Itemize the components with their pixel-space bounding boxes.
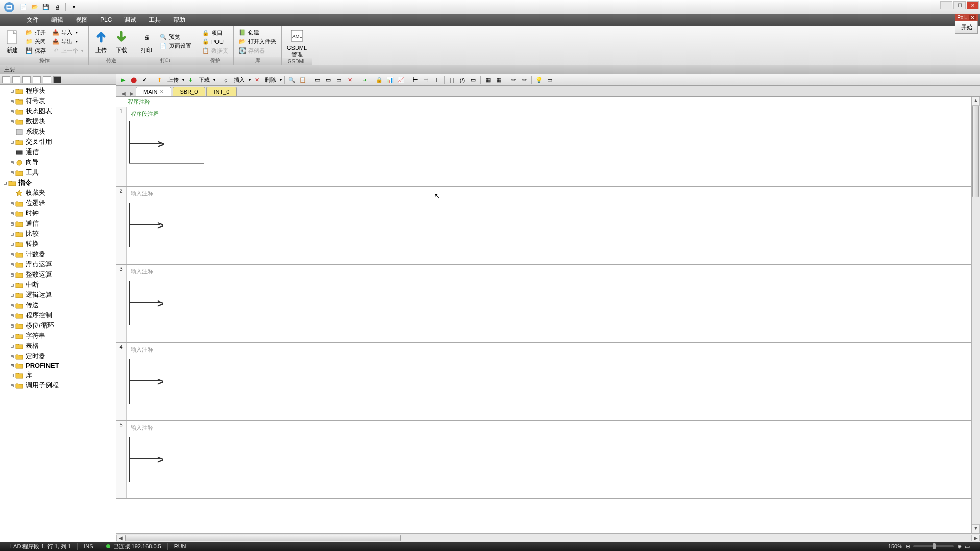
open-button[interactable]: 📂打开 (24, 28, 47, 37)
gsdml-button[interactable]: XML GSDML 管理 (284, 28, 310, 57)
delete-tb-label[interactable]: 删除 (263, 76, 278, 84)
zoom-out-icon[interactable]: ⊖ (905, 543, 910, 550)
tb-misc-9[interactable]: 📊 (385, 76, 395, 85)
tree-item[interactable]: ⊞字符串 (0, 331, 116, 341)
tree-item[interactable]: ⊞传送 (0, 300, 116, 310)
floating-start-button[interactable]: 开始 (955, 21, 978, 34)
sidebar-view-btn-2[interactable] (12, 76, 20, 83)
upload-button[interactable]: 上传 (91, 29, 111, 54)
tb-misc-6[interactable]: ✕ (345, 76, 354, 85)
tb-misc-2[interactable]: 📋 (298, 76, 307, 85)
vscroll-down-arrow-icon[interactable]: ▼ (972, 524, 980, 533)
close-button[interactable]: ✕ (967, 1, 979, 9)
hscroll-track[interactable] (125, 534, 971, 542)
zoom-slider[interactable] (913, 545, 954, 547)
tree-item[interactable]: ⊞库 (0, 370, 116, 380)
network-comment[interactable]: 输入注释 (129, 267, 980, 277)
tab-next-icon[interactable]: ▶ (128, 91, 136, 96)
insert-tb-label[interactable]: 插入 (232, 76, 247, 84)
page-setup-button[interactable]: 📄页面设置 (159, 42, 192, 51)
qat-open-icon[interactable]: 📂 (31, 3, 39, 11)
tab-sbr0[interactable]: SBR_0 (173, 87, 206, 96)
tree-item[interactable]: ⊞浮点运算 (0, 259, 116, 269)
tree-item[interactable]: 系统块 (0, 127, 116, 137)
tb-misc-8[interactable]: 🔒 (375, 76, 384, 85)
network-area[interactable]: 1程序段注释>2输入注释>3输入注释>4输入注释>5输入注释> (116, 107, 980, 533)
print-button[interactable]: 🖨 打印 (136, 29, 157, 54)
network-comment[interactable]: 输入注释 (129, 189, 980, 198)
tab-close-icon[interactable]: ✕ (160, 89, 164, 94)
menu-view[interactable]: 视图 (69, 16, 94, 24)
tab-main[interactable]: MAIN✕ (136, 87, 172, 96)
download-tb-label[interactable]: 下载 (197, 76, 212, 84)
delete-tb-icon[interactable]: ✕ (252, 76, 261, 85)
tree-item[interactable]: ⊞交叉引用 (0, 137, 116, 147)
tab-int0[interactable]: INT_0 (206, 87, 237, 96)
close-file-button[interactable]: 📁关闭 (24, 37, 47, 46)
hscroll-thumb[interactable] (125, 535, 401, 541)
upload-tb-icon[interactable]: ⬆ (155, 76, 164, 85)
network-row[interactable]: 5输入注释> (116, 421, 980, 499)
download-button[interactable]: 下载 (111, 29, 132, 54)
sidebar-view-btn-3[interactable] (22, 76, 31, 83)
zoom-thumb[interactable] (933, 543, 936, 549)
upload-tb-label[interactable]: 上传 (165, 76, 181, 84)
import-button[interactable]: 📥导入▾ (51, 28, 84, 37)
menu-help[interactable]: 帮助 (167, 16, 191, 24)
tree-item[interactable]: ⊞整数运算 (0, 269, 116, 280)
save-button[interactable]: 💾保存 (24, 46, 47, 55)
network-row[interactable]: 3输入注释> (116, 265, 980, 343)
tree-instructions-root[interactable]: ⊟指令 (0, 178, 116, 188)
tree-item[interactable]: ⊞工具 (0, 167, 116, 178)
vertical-scrollbar[interactable]: ▲ ▼ (971, 97, 980, 533)
qat-new-icon[interactable]: 📄 (19, 3, 28, 11)
download-tb-icon[interactable]: ⬇ (186, 76, 195, 85)
project-button[interactable]: 🔒项目 (201, 29, 229, 37)
network-row[interactable]: 2输入注释> (116, 187, 980, 265)
app-menu-orb[interactable] (1, 0, 17, 14)
qat-print-icon[interactable]: 🖨 (53, 3, 61, 11)
menu-edit[interactable]: 编辑 (45, 16, 69, 24)
tb-misc-4[interactable]: ▭ (324, 76, 333, 85)
new-button[interactable]: 新建 (2, 29, 22, 54)
menu-debug[interactable]: 调试 (118, 16, 142, 24)
network-comment[interactable]: 输入注释 (129, 423, 980, 433)
contact-icon[interactable]: ⊢ (411, 76, 420, 85)
tree-item[interactable]: ⊞数据块 (0, 116, 116, 127)
insert-tb-icon[interactable]: ⎀ (221, 76, 230, 85)
run-icon[interactable]: ▶ (118, 76, 128, 85)
datapage-button[interactable]: 📋数据页 (201, 46, 229, 55)
horizontal-scrollbar[interactable]: ◀ ▶ (116, 533, 980, 542)
network-comment[interactable]: 程序段注释 (129, 109, 980, 119)
qat-dropdown-icon[interactable]: ▼ (70, 3, 78, 11)
tree-item[interactable]: ⊞时钟 (0, 208, 116, 218)
network-comment[interactable]: 输入注释 (129, 345, 980, 355)
tree-item[interactable]: ⊞逻辑运算 (0, 290, 116, 300)
project-tree[interactable]: ⊞程序块⊞符号表⊞状态图表⊞数据块系统块⊞交叉引用通信⊞向导⊞工具⊟指令收藏夹⊞… (0, 85, 116, 542)
tree-item[interactable]: ⊞转换 (0, 239, 116, 249)
no-contact-icon[interactable]: -| |- (447, 76, 456, 85)
tb-end-5[interactable]: 💡 (534, 76, 544, 85)
prev-button[interactable]: ↶上一个▾ (51, 46, 84, 55)
pou-button[interactable]: 🔒POU (201, 38, 229, 46)
tree-item[interactable]: 通信 (0, 147, 116, 157)
sidebar-view-btn-4[interactable] (33, 76, 41, 83)
branch-icon[interactable]: ⊤ (432, 76, 442, 85)
sidebar-view-btn-5[interactable] (43, 76, 51, 83)
tree-item[interactable]: 收藏夹 (0, 188, 116, 198)
tree-item[interactable]: ⊞PROFINET (0, 361, 116, 370)
nc-contact-icon[interactable]: -(/)- (458, 76, 467, 85)
network-row[interactable]: 1程序段注释> (116, 107, 980, 187)
tree-item[interactable]: ⊞程序块 (0, 86, 116, 96)
tab-prev-icon[interactable]: ◀ (119, 91, 128, 96)
tb-misc-7[interactable]: ➜ (360, 76, 369, 85)
program-comment-row[interactable]: 程序注释 (116, 97, 980, 107)
sidebar-view-btn-6[interactable] (53, 76, 61, 83)
tree-item[interactable]: ⊞状态图表 (0, 106, 116, 116)
menu-tools[interactable]: 工具 (142, 16, 167, 24)
minimize-button[interactable]: — (940, 1, 952, 9)
tree-item[interactable]: ⊞表格 (0, 341, 116, 351)
qat-save-icon[interactable]: 💾 (42, 3, 50, 11)
tree-item[interactable]: ⊞移位/循环 (0, 320, 116, 331)
zoom-in-icon[interactable]: ⊕ (957, 543, 962, 550)
